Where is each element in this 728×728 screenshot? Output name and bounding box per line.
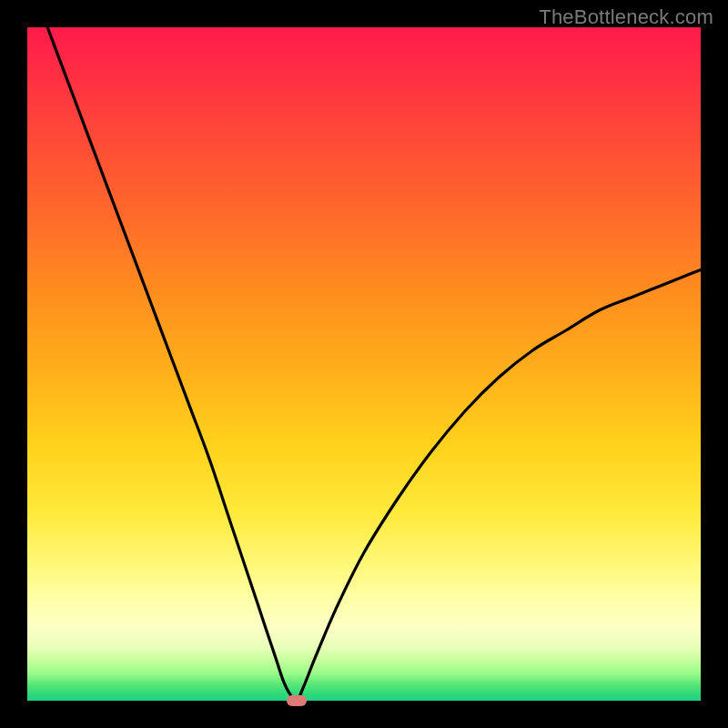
minimum-marker: [287, 695, 307, 706]
plot-area: [27, 27, 701, 701]
bottleneck-curve: [27, 27, 701, 701]
chart-frame: TheBottleneck.com: [0, 0, 728, 728]
watermark-text: TheBottleneck.com: [539, 5, 713, 29]
